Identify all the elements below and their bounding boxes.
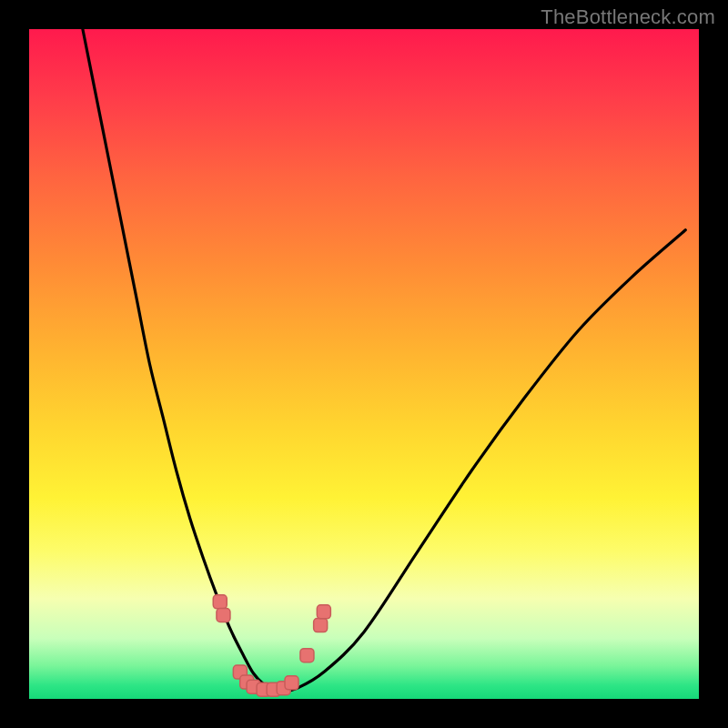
chart-marker [317, 605, 330, 619]
chart-marker [213, 595, 227, 609]
chart-marker [300, 649, 314, 662]
chart-marker [314, 619, 328, 632]
chart-svg [29, 29, 699, 699]
watermark-text: TheBottleneck.com [541, 5, 715, 29]
chart-marker [217, 609, 230, 622]
bottleneck-curve [83, 29, 685, 691]
chart-marker [285, 676, 298, 690]
chart-frame: TheBottleneck.com [0, 0, 728, 728]
chart-plot-area [29, 29, 699, 699]
